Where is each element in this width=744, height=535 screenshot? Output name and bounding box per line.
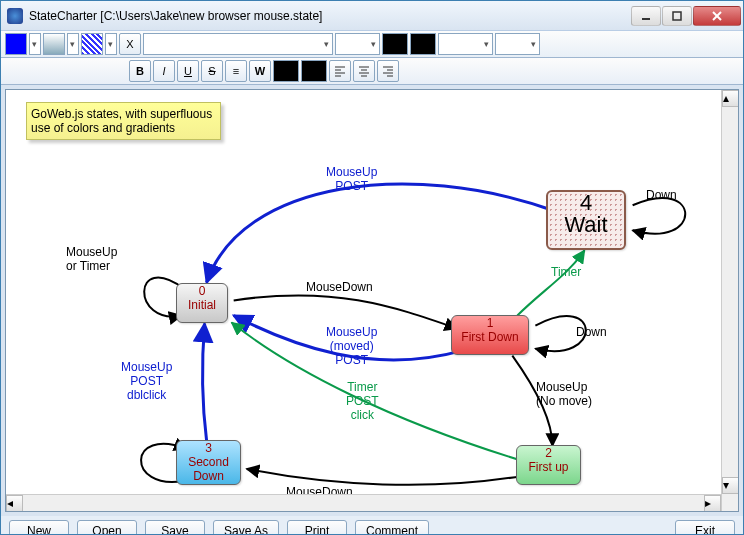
gradient-dropdown[interactable] [67, 33, 79, 55]
bottom-bar: New Open Save Save As Print Comment Exit [1, 516, 743, 535]
align-left-button[interactable] [329, 60, 351, 82]
fg-swatch[interactable] [273, 60, 299, 82]
diagram-canvas[interactable]: GoWeb.js states, with superfluous use of… [5, 89, 739, 512]
bg-swatch[interactable] [301, 60, 327, 82]
state-second-down[interactable]: 3 Second Down [176, 440, 241, 485]
font-size-combo[interactable] [335, 33, 380, 55]
vertical-scrollbar[interactable]: ▴ ▾ [721, 90, 738, 511]
title-bar: StateCharter [C:\Users\Jake\new browser … [1, 1, 743, 31]
state-num: 1 [452, 316, 528, 330]
font-family-combo[interactable] [143, 33, 333, 55]
scroll-down-button[interactable]: ▾ [722, 477, 739, 494]
toolbar-row-2: B I U S ≡ W [1, 58, 743, 85]
pattern-dropdown[interactable] [105, 33, 117, 55]
clear-button[interactable]: X [119, 33, 141, 55]
edge-label: MouseUp or Timer [66, 245, 117, 273]
new-button[interactable]: New [9, 520, 69, 535]
state-label: First up [517, 460, 580, 474]
svg-rect-1 [673, 12, 681, 20]
scroll-up-button[interactable]: ▴ [722, 90, 739, 107]
sticky-note[interactable]: GoWeb.js states, with superfluous use of… [26, 102, 221, 140]
edge-label: MouseUp (moved) POST [326, 325, 377, 367]
state-label: Second Down [177, 455, 240, 483]
text-color-2[interactable] [410, 33, 436, 55]
save-button[interactable]: Save [145, 520, 205, 535]
state-label: Initial [177, 298, 227, 312]
minimize-button[interactable] [631, 6, 661, 26]
edge-label: Down [576, 325, 607, 339]
exit-button[interactable]: Exit [675, 520, 735, 535]
scroll-left-button[interactable]: ◂ [6, 495, 23, 512]
combo-a[interactable] [438, 33, 493, 55]
pattern-swatch[interactable] [81, 33, 103, 55]
gradient-swatch[interactable] [43, 33, 65, 55]
state-num: 4 [548, 192, 624, 214]
edges-layer [6, 90, 738, 511]
close-button[interactable] [693, 6, 741, 26]
bold-button[interactable]: B [129, 60, 151, 82]
text-color-1[interactable] [382, 33, 408, 55]
edge-label: MouseUp POST dblclick [121, 360, 172, 402]
fill-color-swatch[interactable] [5, 33, 27, 55]
window-title: StateCharter [C:\Users\Jake\new browser … [29, 9, 630, 23]
state-wait[interactable]: 4 Wait [546, 190, 626, 250]
comment-button[interactable]: Comment [355, 520, 429, 535]
w-button[interactable]: W [249, 60, 271, 82]
align-center-button[interactable] [353, 60, 375, 82]
state-label: Wait [548, 214, 624, 236]
underline-button[interactable]: U [177, 60, 199, 82]
state-first-down[interactable]: 1 First Down [451, 315, 529, 355]
open-button[interactable]: Open [77, 520, 137, 535]
print-button[interactable]: Print [287, 520, 347, 535]
edge-label: Timer POST click [346, 380, 379, 422]
align-right-button[interactable] [377, 60, 399, 82]
fill-color-dropdown[interactable] [29, 33, 41, 55]
combo-b[interactable] [495, 33, 540, 55]
maximize-button[interactable] [662, 6, 692, 26]
state-first-up[interactable]: 2 First up [516, 445, 581, 485]
toolbar-row-1: X [1, 31, 743, 58]
saveas-button[interactable]: Save As [213, 520, 279, 535]
state-num: 2 [517, 446, 580, 460]
edge-label: Down [646, 188, 677, 202]
edge-label: Timer [551, 265, 581, 279]
horizontal-scrollbar[interactable]: ◂ ▸ [6, 494, 721, 511]
app-icon [7, 8, 23, 24]
outline-button[interactable]: ≡ [225, 60, 247, 82]
italic-button[interactable]: I [153, 60, 175, 82]
state-num: 0 [177, 284, 227, 298]
state-initial[interactable]: 0 Initial [176, 283, 228, 323]
edge-label: MouseUp (No move) [536, 380, 592, 408]
strike-button[interactable]: S [201, 60, 223, 82]
scroll-right-button[interactable]: ▸ [704, 495, 721, 512]
state-label: First Down [452, 330, 528, 344]
state-num: 3 [177, 441, 240, 455]
edge-label: MouseUp POST [326, 165, 377, 193]
edge-label: MouseDown [306, 280, 373, 294]
